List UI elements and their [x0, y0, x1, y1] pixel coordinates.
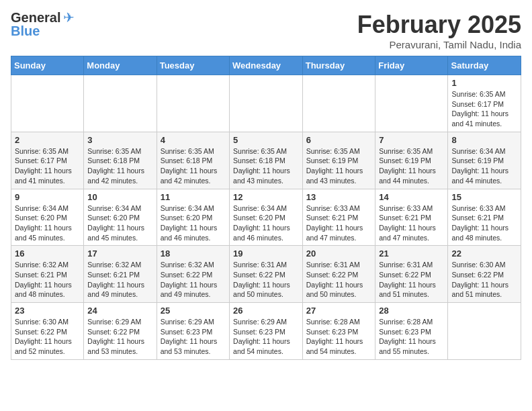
calendar-cell: 24Sunrise: 6:29 AMSunset: 6:22 PMDayligh… — [84, 303, 157, 360]
day-info: Sunrise: 6:31 AMSunset: 6:22 PMDaylight:… — [379, 260, 444, 300]
day-info: Sunrise: 6:32 AMSunset: 6:21 PMDaylight:… — [87, 260, 152, 300]
calendar-cell — [302, 75, 375, 132]
calendar-cell: 10Sunrise: 6:34 AMSunset: 6:20 PMDayligh… — [84, 189, 157, 246]
calendar-header-saturday: Saturday — [448, 56, 521, 75]
calendar-cell: 25Sunrise: 6:29 AMSunset: 6:23 PMDayligh… — [157, 303, 229, 360]
month-title: February 2025 — [357, 11, 521, 39]
day-number: 25 — [161, 306, 226, 316]
calendar-cell: 28Sunrise: 6:28 AMSunset: 6:23 PMDayligh… — [375, 303, 448, 360]
day-number: 18 — [161, 248, 226, 259]
day-number: 23 — [15, 306, 80, 316]
day-number: 9 — [15, 192, 80, 202]
calendar-header-wednesday: Wednesday — [230, 56, 303, 75]
day-number: 1 — [451, 78, 517, 88]
calendar-cell: 20Sunrise: 6:31 AMSunset: 6:22 PMDayligh… — [302, 246, 375, 303]
day-number: 28 — [379, 306, 444, 316]
day-info: Sunrise: 6:28 AMSunset: 6:23 PMDaylight:… — [379, 317, 444, 357]
day-number: 2 — [15, 135, 80, 145]
calendar-cell — [157, 75, 229, 132]
day-number: 7 — [379, 135, 444, 145]
logo-text-blue: Blue — [11, 24, 40, 38]
calendar-cell: 1Sunrise: 6:35 AMSunset: 6:17 PMDaylight… — [448, 75, 521, 132]
calendar-cell: 23Sunrise: 6:30 AMSunset: 6:22 PMDayligh… — [11, 303, 84, 360]
day-info: Sunrise: 6:34 AMSunset: 6:20 PMDaylight:… — [87, 203, 152, 243]
day-number: 12 — [233, 192, 299, 202]
day-number: 17 — [87, 248, 152, 259]
calendar-cell: 16Sunrise: 6:32 AMSunset: 6:21 PMDayligh… — [11, 246, 84, 303]
day-info: Sunrise: 6:35 AMSunset: 6:17 PMDaylight:… — [451, 89, 517, 129]
calendar-header-row: SundayMondayTuesdayWednesdayThursdayFrid… — [11, 56, 521, 75]
day-number: 24 — [87, 306, 152, 316]
calendar-cell: 19Sunrise: 6:31 AMSunset: 6:22 PMDayligh… — [230, 246, 303, 303]
calendar-table: SundayMondayTuesdayWednesdayThursdayFrid… — [11, 56, 521, 360]
calendar-cell: 13Sunrise: 6:33 AMSunset: 6:21 PMDayligh… — [302, 189, 375, 246]
day-number: 26 — [233, 306, 299, 316]
location-subtitle: Peravurani, Tamil Nadu, India — [357, 39, 521, 50]
day-number: 10 — [87, 192, 152, 202]
day-info: Sunrise: 6:34 AMSunset: 6:19 PMDaylight:… — [451, 146, 517, 186]
calendar-header-thursday: Thursday — [302, 56, 375, 75]
day-number: 11 — [161, 192, 226, 202]
day-number: 5 — [233, 135, 299, 145]
day-info: Sunrise: 6:35 AMSunset: 6:17 PMDaylight:… — [15, 146, 80, 186]
calendar-cell — [448, 303, 521, 360]
day-number: 22 — [451, 248, 517, 259]
calendar-cell: 9Sunrise: 6:34 AMSunset: 6:20 PMDaylight… — [11, 189, 84, 246]
calendar-cell: 15Sunrise: 6:33 AMSunset: 6:21 PMDayligh… — [448, 189, 521, 246]
day-number: 14 — [379, 192, 444, 202]
day-info: Sunrise: 6:33 AMSunset: 6:21 PMDaylight:… — [379, 203, 444, 243]
day-info: Sunrise: 6:29 AMSunset: 6:23 PMDaylight:… — [161, 317, 226, 357]
logo: General ✈ Blue — [11, 11, 75, 38]
calendar-header-sunday: Sunday — [11, 56, 84, 75]
calendar-cell: 17Sunrise: 6:32 AMSunset: 6:21 PMDayligh… — [84, 246, 157, 303]
calendar-cell: 21Sunrise: 6:31 AMSunset: 6:22 PMDayligh… — [375, 246, 448, 303]
day-number: 20 — [306, 248, 371, 259]
calendar-week-4: 16Sunrise: 6:32 AMSunset: 6:21 PMDayligh… — [11, 246, 521, 303]
day-number: 27 — [306, 306, 371, 316]
calendar-cell: 12Sunrise: 6:34 AMSunset: 6:20 PMDayligh… — [230, 189, 303, 246]
day-info: Sunrise: 6:28 AMSunset: 6:23 PMDaylight:… — [306, 317, 371, 357]
day-info: Sunrise: 6:34 AMSunset: 6:20 PMDaylight:… — [161, 203, 226, 243]
calendar-cell: 11Sunrise: 6:34 AMSunset: 6:20 PMDayligh… — [157, 189, 229, 246]
calendar-cell: 27Sunrise: 6:28 AMSunset: 6:23 PMDayligh… — [302, 303, 375, 360]
day-number: 8 — [451, 135, 517, 145]
calendar-cell: 14Sunrise: 6:33 AMSunset: 6:21 PMDayligh… — [375, 189, 448, 246]
day-info: Sunrise: 6:31 AMSunset: 6:22 PMDaylight:… — [233, 260, 299, 300]
title-area: February 2025 Peravurani, Tamil Nadu, In… — [357, 11, 521, 50]
day-number: 19 — [233, 248, 299, 259]
day-info: Sunrise: 6:29 AMSunset: 6:22 PMDaylight:… — [87, 317, 152, 357]
calendar-cell — [11, 75, 84, 132]
day-number: 6 — [306, 135, 371, 145]
day-number: 3 — [87, 135, 152, 145]
day-info: Sunrise: 6:31 AMSunset: 6:22 PMDaylight:… — [306, 260, 371, 300]
day-info: Sunrise: 6:33 AMSunset: 6:21 PMDaylight:… — [451, 203, 517, 243]
calendar-cell: 22Sunrise: 6:30 AMSunset: 6:22 PMDayligh… — [448, 246, 521, 303]
calendar-cell: 3Sunrise: 6:35 AMSunset: 6:18 PMDaylight… — [84, 132, 157, 189]
calendar-cell: 18Sunrise: 6:32 AMSunset: 6:22 PMDayligh… — [157, 246, 229, 303]
day-info: Sunrise: 6:32 AMSunset: 6:21 PMDaylight:… — [15, 260, 80, 300]
calendar-cell: 5Sunrise: 6:35 AMSunset: 6:18 PMDaylight… — [230, 132, 303, 189]
calendar-cell: 26Sunrise: 6:29 AMSunset: 6:23 PMDayligh… — [230, 303, 303, 360]
logo-text-general: General — [11, 11, 60, 24]
day-number: 13 — [306, 192, 371, 202]
calendar-cell: 2Sunrise: 6:35 AMSunset: 6:17 PMDaylight… — [11, 132, 84, 189]
calendar-header-monday: Monday — [84, 56, 157, 75]
calendar-cell: 4Sunrise: 6:35 AMSunset: 6:18 PMDaylight… — [157, 132, 229, 189]
calendar-cell — [230, 75, 303, 132]
calendar-cell — [375, 75, 448, 132]
day-info: Sunrise: 6:34 AMSunset: 6:20 PMDaylight:… — [233, 203, 299, 243]
day-info: Sunrise: 6:35 AMSunset: 6:18 PMDaylight:… — [161, 146, 226, 186]
day-number: 21 — [379, 248, 444, 259]
calendar-week-2: 2Sunrise: 6:35 AMSunset: 6:17 PMDaylight… — [11, 132, 521, 189]
header: General ✈ Blue February 2025 Peravurani,… — [11, 11, 521, 50]
logo-bird-icon: ✈ — [63, 11, 75, 24]
day-info: Sunrise: 6:35 AMSunset: 6:18 PMDaylight:… — [233, 146, 299, 186]
day-info: Sunrise: 6:34 AMSunset: 6:20 PMDaylight:… — [15, 203, 80, 243]
calendar-header-tuesday: Tuesday — [157, 56, 229, 75]
calendar-week-3: 9Sunrise: 6:34 AMSunset: 6:20 PMDaylight… — [11, 189, 521, 246]
day-number: 15 — [451, 192, 517, 202]
day-info: Sunrise: 6:35 AMSunset: 6:18 PMDaylight:… — [87, 146, 152, 186]
calendar-cell — [84, 75, 157, 132]
calendar-cell: 6Sunrise: 6:35 AMSunset: 6:19 PMDaylight… — [302, 132, 375, 189]
day-info: Sunrise: 6:35 AMSunset: 6:19 PMDaylight:… — [379, 146, 444, 186]
